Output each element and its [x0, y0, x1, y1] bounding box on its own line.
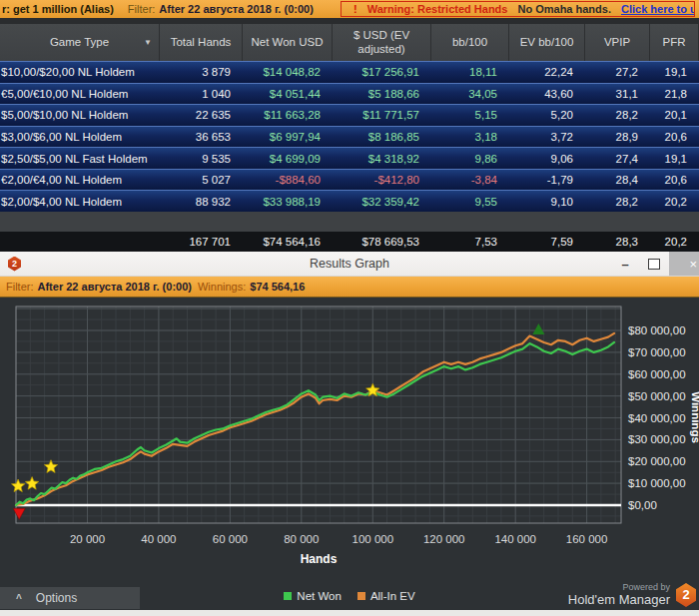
cell-value: 9,55	[431, 191, 509, 212]
graph-filter-label: Filter:	[6, 281, 34, 293]
cell-value: -$412,80	[333, 170, 431, 191]
star-marker	[12, 479, 25, 492]
x-axis-title: Hands	[301, 552, 338, 566]
warning-exclamation-icon: !	[353, 3, 357, 15]
cell-value: 19,1	[650, 148, 699, 169]
cell-game-type: $10,00/$20,00 NL Holdem	[0, 62, 160, 83]
totals-cell: 7,53	[431, 232, 509, 252]
cell-value: $17 256,91	[333, 62, 431, 83]
totals-cell: $74 564,16	[243, 232, 333, 252]
graph-filter-value: After 22 августа 2018 г. (0:00)	[38, 281, 192, 293]
header-ev-bb-100[interactable]: EV bb/100	[509, 24, 585, 61]
legend-item-net-won: Net Won	[284, 590, 342, 602]
cell-value: 3 879	[160, 62, 243, 83]
triangle-down-marker	[13, 508, 25, 519]
table-row[interactable]: $5,00/$10,00 NL Holdem22 635$11 663,28$1…	[0, 104, 699, 126]
header-bb-100[interactable]: bb/100	[431, 24, 509, 61]
holdem-manager-app: r: get 1 million (Alias) Filter: After 2…	[0, 0, 699, 616]
cell-value: -1,79	[509, 170, 585, 191]
winnings-value: $74 564,16	[250, 281, 305, 293]
x-tick-label: 160 000	[566, 533, 608, 545]
table-row[interactable]: $3,00/$6,00 NL Holdem36 653$6 997,94$8 1…	[0, 126, 699, 148]
header-pfr[interactable]: PFR	[650, 24, 699, 61]
cell-game-type: €5,00/€10,00 NL Holdem	[0, 84, 160, 105]
graph-filter-bar: Filter: After 22 августа 2018 г. (0:00) …	[0, 277, 699, 298]
cell-value: $4 051,44	[243, 84, 333, 105]
legend-label: Net Won	[297, 590, 342, 602]
cell-value: 22,24	[509, 62, 585, 83]
x-tick-label: 20 000	[70, 533, 105, 545]
cell-value: 28,2	[585, 191, 650, 212]
cell-value: 9,10	[509, 191, 585, 212]
y-axis-title: Winnings	[690, 391, 699, 443]
table-row[interactable]: €2,00/€4,00 NL Holdem5 027-$884,60-$412,…	[0, 169, 699, 191]
y-tick-label: $60 000,00	[628, 368, 686, 380]
table-row[interactable]: $2,00/$4,00 NL Holdem88 932$33 988,19$32…	[0, 190, 699, 212]
totals-cell: 28,3	[585, 232, 650, 252]
cell-value: 3,72	[509, 127, 585, 148]
cell-value: 43,60	[509, 84, 585, 105]
totals-cell: $78 669,53	[333, 232, 431, 252]
graph-bottom-bar: ^ Options Net WonAll-In EV Powered by Ho…	[0, 575, 699, 610]
y-tick-label: $20 000,00	[628, 455, 686, 467]
header-game-type[interactable]: Game Type▼	[0, 24, 160, 61]
table-totals-row: 167 701$74 564,16$78 669,537,537,5928,32…	[0, 232, 699, 252]
cell-game-type: $3,00/$6,00 NL Holdem	[0, 127, 160, 148]
filter-label: Filter:	[128, 3, 156, 15]
legend-swatch-icon	[284, 592, 292, 600]
header--usd-ev-adjusted-[interactable]: $ USD (EV adjusted)	[333, 24, 431, 61]
cell-game-type: $5,00/$10,00 NL Holdem	[0, 105, 160, 126]
series-all-in-ev	[16, 333, 614, 505]
cell-value: 9,86	[431, 148, 509, 169]
cell-value: 20,6	[650, 127, 699, 148]
cell-value: 36 653	[160, 127, 243, 148]
totals-cell: 7,59	[509, 232, 585, 252]
cell-value: 1 040	[160, 84, 243, 105]
bottom-window-edge	[0, 610, 699, 616]
series-net-won	[16, 342, 614, 505]
y-tick-label: $10 000,00	[628, 477, 686, 489]
y-tick-label: $70 000,00	[628, 346, 686, 358]
cell-value: 5,20	[509, 105, 585, 126]
cell-value: 20,1	[650, 105, 699, 126]
cell-value: 22 635	[160, 105, 243, 126]
x-tick-label: 100 000	[352, 533, 394, 545]
cell-value: 28,9	[585, 127, 650, 148]
totals-cell	[0, 232, 160, 252]
cell-value: 27,2	[585, 62, 650, 83]
sort-dropdown-icon[interactable]: ▼	[144, 38, 152, 47]
cell-value: 5 027	[160, 170, 243, 191]
legend-item-all-in-ev: All-In EV	[357, 590, 415, 602]
table-body: $10,00/$20,00 NL Holdem3 879$14 048,82$1…	[0, 61, 699, 212]
y-tick-label: $30 000,00	[628, 433, 686, 445]
window-title: Results Graph	[0, 257, 699, 271]
star-marker	[25, 477, 38, 490]
table-row[interactable]: €5,00/€10,00 NL Holdem1 040$4 051,44$5 1…	[0, 83, 699, 105]
holdem-manager-badge-icon: 2	[676, 583, 696, 607]
results-chart: 20 00040 00060 00080 000100 000120 00014…	[0, 298, 699, 575]
table-empty-space	[0, 212, 699, 232]
y-tick-label: $80 000,00	[628, 324, 686, 336]
x-tick-label: 80 000	[284, 533, 319, 545]
cell-value: 28,2	[585, 105, 650, 126]
header-total-hands[interactable]: Total Hands	[160, 24, 243, 61]
cell-value: $4 699,09	[243, 148, 333, 169]
cell-value: 27,4	[585, 148, 650, 169]
table-row[interactable]: $2,50/$5,00 NL Fast Holdem9 535$4 699,09…	[0, 147, 699, 169]
results-graph-titlebar: 2 Results Graph – ×	[0, 252, 699, 277]
account-alias-text: r: get 1 million (Alias)	[2, 3, 114, 15]
table-row[interactable]: $10,00/$20,00 NL Holdem3 879$14 048,82$1…	[0, 61, 699, 83]
results-graph-area: 20 00040 00060 00080 000100 000120 00014…	[0, 298, 699, 610]
cell-value: 88 932	[160, 191, 243, 212]
cell-value: $6 997,94	[243, 127, 333, 148]
cell-value: $4 318,92	[333, 148, 431, 169]
header-net-won-usd[interactable]: Net Won USD	[243, 24, 333, 61]
header-vpip[interactable]: VPIP	[585, 24, 650, 61]
table-header-row: Game Type▼Total HandsNet Won USD$ USD (E…	[0, 24, 699, 61]
powered-by-block: Powered by Hold'em Manager 2	[568, 583, 696, 607]
x-tick-label: 140 000	[494, 533, 536, 545]
y-tick-label: $40 000,00	[628, 412, 686, 424]
top-filter-bar: r: get 1 million (Alias) Filter: After 2…	[0, 0, 699, 18]
unlock-link[interactable]: Click here to unlock	[621, 3, 695, 15]
filter-value: After 22 августа 2018 г. (0:00)	[159, 3, 313, 15]
